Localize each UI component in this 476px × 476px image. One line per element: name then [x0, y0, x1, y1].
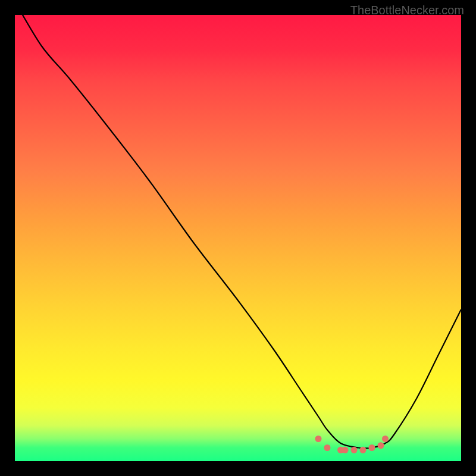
- marker-dot: [351, 447, 358, 453]
- marker-dot: [378, 442, 384, 449]
- watermark-text: TheBottleNecker.com: [350, 4, 464, 17]
- marker-dot: [360, 447, 367, 453]
- plot-area: [15, 15, 461, 461]
- bottleneck-curve: [15, 15, 461, 448]
- marker-dot: [342, 447, 349, 453]
- chart-container: TheBottleNecker.com: [0, 0, 476, 476]
- marker-dot: [369, 444, 375, 451]
- curve-svg: [15, 15, 461, 461]
- marker-dot: [382, 436, 389, 442]
- sweet-spot-dots: [315, 436, 389, 453]
- marker-dot: [315, 436, 322, 442]
- marker-dot: [324, 444, 331, 451]
